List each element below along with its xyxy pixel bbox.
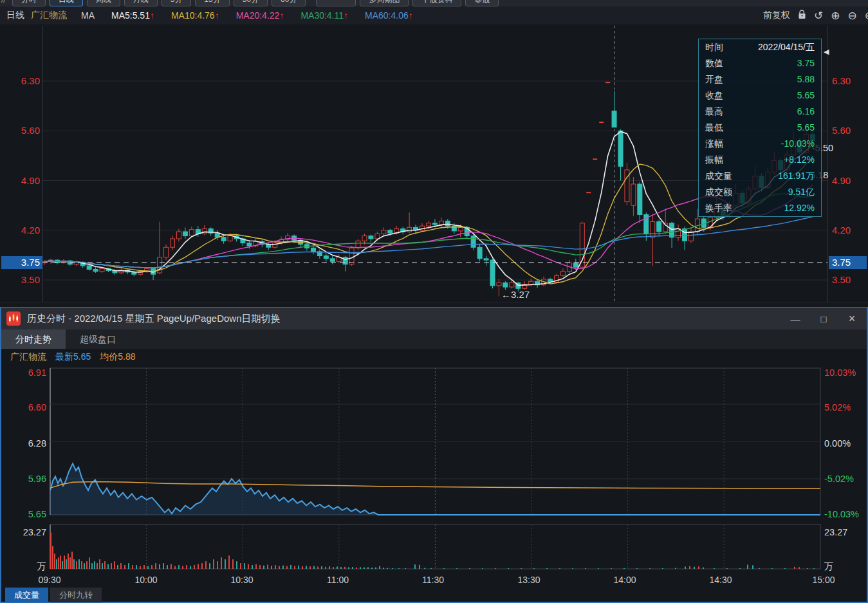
- close-button[interactable]: ×: [846, 312, 858, 326]
- trading-app: // 分时日线周线月线5分15分30分60分多周期图个股资料诊股 日线 广汇物流…: [0, 0, 868, 603]
- period-tab-blank[interactable]: [316, 0, 356, 6]
- tooltip-row: 成交量161.91万: [699, 168, 821, 184]
- tooltip-value: 12.92%: [784, 200, 815, 216]
- period-tab-30分[interactable]: 30分: [234, 0, 268, 6]
- ma-values: MA5:5.51↑MA10:4.76↑MA20:4.22↑MA30:4.11↑M…: [95, 10, 413, 21]
- subchart-tab-分时九转[interactable]: 分时九转: [50, 588, 102, 602]
- undo-icon[interactable]: ↺: [814, 10, 823, 21]
- period-tab-月线[interactable]: 月线: [124, 0, 158, 6]
- intraday-info-row: 广汇物流 最新5.65 均价5.88: [1, 349, 867, 366]
- period-tab-诊股[interactable]: 诊股: [465, 0, 499, 6]
- zoom-cut-icon[interactable]: ⊕: [865, 10, 868, 21]
- zoom-in-icon[interactable]: ⊕: [831, 10, 840, 21]
- period-tab-row: // 分时日线周线月线5分15分30分60分多周期图个股资料诊股: [0, 0, 868, 6]
- ma-value-label: MA60:4.06↑: [365, 10, 413, 21]
- tooltip-value: 6.16: [797, 104, 815, 120]
- period-tab-个股资料[interactable]: 个股资料: [412, 0, 461, 6]
- ma-value-label: MA5:5.51↑: [111, 10, 154, 21]
- stock-name: 广汇物流: [31, 10, 67, 21]
- tooltip-value: 2022/04/15/五: [758, 39, 815, 55]
- tooltip-label: 数值: [705, 55, 723, 71]
- window-controls: — □ ×: [790, 312, 867, 326]
- info-stock-name: 广汇物流: [10, 351, 46, 363]
- tooltip-value: 5.65: [797, 88, 815, 104]
- tooltip-value: 161.91万: [778, 168, 815, 184]
- tooltip-row: 收盘5.65: [699, 88, 821, 104]
- tooltip-value: 3.75: [797, 55, 815, 71]
- period-tab-5分[interactable]: 5分: [162, 0, 192, 6]
- tooltip-row: 最高6.16: [699, 104, 821, 120]
- up-arrow-icon: ↑: [279, 10, 284, 21]
- period-tab-15分[interactable]: 15分: [195, 0, 229, 6]
- kline-data-tooltip: 时间2022/04/15/五数值3.75开盘5.88收盘5.65最高6.16最低…: [698, 39, 822, 217]
- tooltip-value: 9.51亿: [788, 184, 815, 200]
- tooltip-label: 换手率: [705, 200, 732, 216]
- period-tab-周线[interactable]: 周线: [87, 0, 120, 6]
- panel-collapse-arrow-icon[interactable]: ◀: [824, 48, 829, 56]
- adjust-mode-label[interactable]: 前复权: [763, 10, 790, 21]
- up-arrow-icon: ↑: [409, 10, 413, 21]
- maximize-button[interactable]: □: [818, 313, 829, 324]
- window-tab-超级盘口[interactable]: 超级盘口: [66, 329, 130, 349]
- ma-label: MA: [81, 10, 95, 21]
- ma-value-label: MA30:4.11↑: [300, 10, 348, 21]
- corner-slash-icon: //: [1, 0, 6, 5]
- window-title: 历史分时 - 2022/04/15 星期五 PageUp/PageDown日期切…: [27, 313, 281, 325]
- tooltip-value: -10.03%: [781, 136, 815, 152]
- chart-toolbar-right: 前复权 ↺ ⊕ ⊖ ⊕: [763, 10, 868, 21]
- period-tab-分时[interactable]: 分时: [12, 0, 46, 6]
- tooltip-label: 最低: [705, 120, 723, 136]
- tooltip-label: 成交额: [705, 184, 732, 200]
- ma-value-label: MA10:4.76↑: [171, 10, 219, 21]
- tooltip-label: 涨幅: [705, 136, 723, 152]
- tooltip-value: 5.88: [797, 71, 815, 88]
- zoom-out-icon[interactable]: ⊖: [848, 10, 857, 21]
- minimize-button[interactable]: —: [790, 313, 801, 324]
- tooltip-row: 最低5.65: [699, 120, 821, 136]
- tooltip-row: 涨幅-10.03%: [699, 136, 821, 152]
- tooltip-row: 成交额9.51亿: [699, 184, 821, 200]
- tooltip-row: 开盘5.88: [699, 71, 821, 88]
- ma-value-label: MA20:4.22↑: [236, 10, 284, 21]
- info-average-price: 均价5.88: [100, 351, 135, 363]
- tooltip-value: +8.12%: [784, 152, 815, 168]
- app-logo-icon: [6, 311, 21, 326]
- tooltip-row: 振幅+8.12%: [699, 152, 821, 168]
- tooltip-label: 振幅: [705, 152, 723, 168]
- period-label: 日线: [6, 10, 24, 21]
- info-latest-price: 最新5.65: [55, 351, 91, 363]
- tooltip-label: 时间: [705, 39, 723, 55]
- window-titlebar[interactable]: 历史分时 - 2022/04/15 星期五 PageUp/PageDown日期切…: [1, 308, 867, 329]
- window-tab-分时走势[interactable]: 分时走势: [1, 329, 66, 349]
- period-tab-60分[interactable]: 60分: [272, 0, 306, 6]
- tooltip-row: 换手率12.92%: [699, 200, 821, 216]
- lock-icon[interactable]: [798, 10, 806, 21]
- history-intraday-window: 历史分时 - 2022/04/15 星期五 PageUp/PageDown日期切…: [0, 307, 868, 603]
- tooltip-label: 开盘: [705, 71, 723, 88]
- intraday-chart[interactable]: [1, 366, 867, 585]
- tooltip-value: 5.65: [797, 120, 815, 136]
- ma-info-bar: 日线 广汇物流 MA MA5:5.51↑MA10:4.76↑MA20:4.22↑…: [0, 6, 868, 24]
- up-arrow-icon: ↑: [344, 10, 348, 21]
- subchart-tab-成交量[interactable]: 成交量: [5, 588, 48, 602]
- up-arrow-icon: ↑: [215, 10, 219, 21]
- tooltip-label: 成交量: [705, 168, 732, 184]
- window-tab-row: 分时走势超级盘口: [1, 329, 867, 349]
- period-tab-多周期图[interactable]: 多周期图: [360, 0, 409, 6]
- tooltip-label: 最高: [705, 104, 723, 120]
- period-tab-bar: // 分时日线周线月线5分15分30分60分多周期图个股资料诊股: [0, 0, 868, 6]
- tooltip-row: 时间2022/04/15/五: [699, 39, 821, 55]
- tooltip-row: 数值3.75: [699, 55, 821, 71]
- period-tab-日线[interactable]: 日线: [50, 0, 83, 6]
- up-arrow-icon: ↑: [150, 10, 154, 21]
- subchart-tab-bar: 成交量分时九转: [5, 588, 102, 602]
- tooltip-label: 收盘: [705, 88, 723, 104]
